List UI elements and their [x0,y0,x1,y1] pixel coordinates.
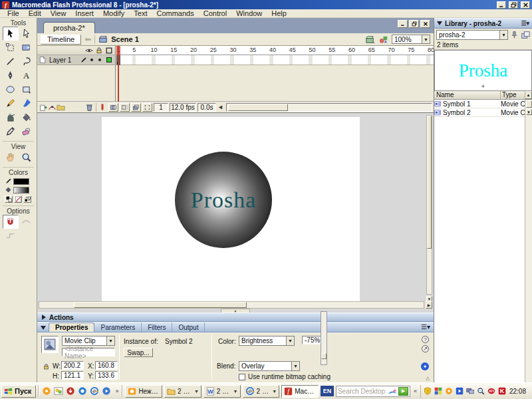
insert-layer-button[interactable] [39,103,48,112]
language-indicator[interactable]: EN [321,386,334,396]
start-button[interactable]: Пуск [1,385,36,398]
tab-parameters[interactable]: Parameters [94,323,142,332]
eyedropper-tool[interactable] [3,124,19,138]
task-button[interactable]: fMacromedi... [281,385,319,398]
media-player-icon[interactable] [101,386,112,396]
zoom-dropdown-arrow[interactable]: ▼ [422,35,430,43]
menu-text[interactable]: Text [129,9,152,17]
icq-icon[interactable] [41,386,52,396]
display-settings-icon[interactable] [466,387,475,396]
library-scroll-up-button[interactable]: ▲ [525,91,532,99]
library-panel-menu-icon[interactable]: ☰▾ [521,20,529,27]
close-button[interactable] [521,1,530,9]
layer-row[interactable]: Layer 1 [37,55,115,65]
height-input[interactable]: 121.1 [61,371,84,380]
blend-dropdown-arrow[interactable]: ▼ [291,362,299,370]
menu-commands[interactable]: Commands [152,9,198,17]
library-item-row[interactable]: Symbol 2Movie C [434,108,525,117]
layer-lock-dot[interactable] [98,59,101,61]
layer-name[interactable]: Layer 1 [48,57,78,64]
instance-name-input[interactable]: <Instance Name> [62,348,115,356]
stage-horizontal-scrollbar[interactable] [39,301,424,309]
brightness-slider[interactable] [321,311,327,365]
y-input[interactable]: 133.6 [95,371,118,380]
swap-colors-button[interactable] [23,196,31,203]
expand-arrow-icon[interactable] [42,315,46,320]
search-tray-icon[interactable] [477,387,485,396]
modify-onion-markers-button[interactable] [142,103,152,112]
eraser-tool[interactable] [19,124,35,138]
delete-layer-button[interactable] [85,103,94,112]
doc-minimize-button[interactable] [398,20,408,28]
panel-collapse-handle[interactable]: ▼ [221,309,250,313]
actions-panel-header[interactable]: Actions [37,313,434,322]
brightness-slider-thumb[interactable] [321,353,327,359]
library-panel-header[interactable]: Library - prosha-2 ☰▾ [434,18,532,29]
frame-rate-indicator[interactable]: 12.0 fps [170,103,196,112]
pen-tool[interactable] [3,68,19,82]
paint-bucket-tool[interactable] [19,110,35,124]
expand-panel-icon[interactable]: ↗ [422,345,429,352]
update-icon[interactable] [434,387,443,396]
lock-column-icon[interactable] [95,47,103,55]
x-input[interactable]: 160.8 [95,361,118,370]
download-manager-icon[interactable] [65,386,76,396]
line-tool[interactable] [3,55,19,68]
insert-layer-folder-button[interactable] [57,103,65,112]
stroke-color-swatch[interactable] [13,178,29,185]
rectangle-tool[interactable] [19,82,35,96]
ink-bottle-tool[interactable] [3,110,19,124]
menu-file[interactable]: File [3,9,24,17]
stage[interactable]: Prosha [102,117,360,301]
menu-view[interactable]: View [46,9,71,17]
column-header-type[interactable]: Type [501,91,525,99]
task-button[interactable]: Нежелател... [125,385,162,398]
oval-tool[interactable] [3,82,19,96]
tab-output[interactable]: Output [172,323,205,332]
stage-vertical-scrollbar[interactable] [426,115,432,295]
security-shield-icon[interactable]: ! [424,387,432,396]
fill-color-swatch[interactable] [13,187,29,194]
menu-window[interactable]: Window [231,9,267,17]
text-tool[interactable]: A [19,68,35,82]
qip-icon[interactable] [77,386,88,396]
document-tab[interactable]: prosha-2* [43,22,95,33]
zoom-tool[interactable] [19,150,35,164]
layer-outline-color-chip[interactable] [106,57,112,63]
menu-control[interactable]: Control [199,9,231,17]
bitmap-caching-checkbox[interactable] [239,374,245,380]
timeline-scrollbar-thumb[interactable] [228,104,288,111]
sphere-symbol-instance[interactable]: Prosha [175,152,272,248]
outline-column-icon[interactable] [105,47,113,55]
lasso-tool[interactable] [19,55,35,68]
menu-insert[interactable]: Insert [70,9,98,17]
quick-launch-overflow-chevron[interactable]: » [114,388,120,394]
stage-vscrollbar-thumb[interactable] [427,116,432,249]
tab-properties[interactable]: Properties [49,323,94,332]
timeline-scroll-left-arrow[interactable]: ◄ [216,104,225,110]
library-document-select[interactable]: prosha-2 ▼ [436,30,508,40]
stroke-color-control[interactable] [5,178,37,185]
pencil-tool[interactable] [3,96,19,110]
task-group-dropdown-arrow[interactable]: ▼ [272,389,277,394]
bitmap-caching-option[interactable]: Use runtime bitmap caching [239,373,331,380]
width-input[interactable]: 200.2 [61,361,84,370]
color-effect-dropdown-arrow[interactable]: ▼ [286,336,294,345]
search-go-button[interactable]: ▶ [398,387,408,396]
internet-explorer-icon[interactable]: e [89,386,100,396]
desktop-search-box[interactable]: Search Desktop ▶ [336,386,410,397]
task-group-dropdown-arrow[interactable]: ▼ [194,389,199,394]
scene-name[interactable]: Scene 1 [111,35,139,43]
default-colors-button[interactable] [5,196,13,203]
ati-icon[interactable]: ATI [487,387,496,396]
frame-ruler[interactable]: 15101520253035404550556065707580 [116,46,434,55]
menu-modify[interactable]: Modify [98,9,129,17]
doc-restore-button[interactable] [409,20,419,28]
brush-tool[interactable] [19,96,35,110]
pin-library-button[interactable] [510,31,519,39]
help-icon[interactable]: ? [422,336,429,343]
library-scroll-down-button[interactable]: ▼ [526,109,532,115]
onion-skin-button[interactable] [108,103,118,112]
player-tray-icon[interactable] [456,387,464,396]
library-scrollbar-thumb[interactable] [526,100,532,108]
